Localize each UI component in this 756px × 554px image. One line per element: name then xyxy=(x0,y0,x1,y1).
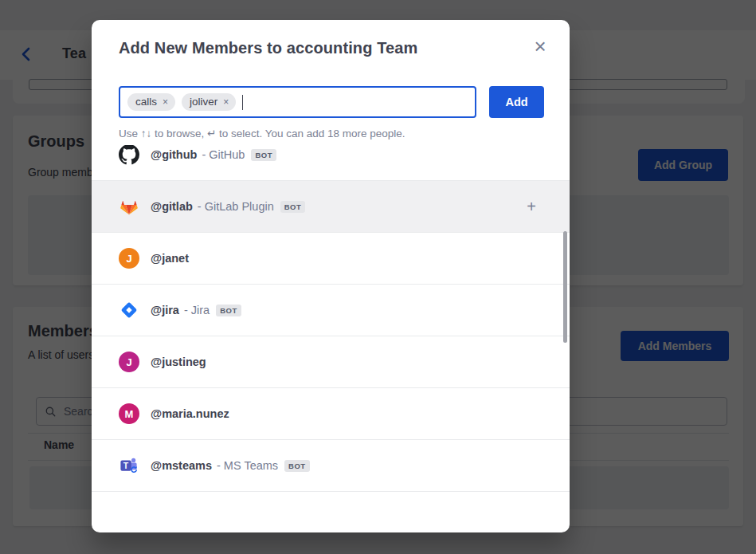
row-description: - MS Teams xyxy=(217,459,278,472)
row-username: @janet xyxy=(151,252,189,265)
text-cursor xyxy=(242,95,243,110)
avatar: J xyxy=(119,352,139,372)
plus-icon[interactable]: + xyxy=(527,198,554,216)
suggestion-list: @github - GitHub BOT @gitlab - GitLab Pl… xyxy=(92,145,570,492)
row-description: - GitHub xyxy=(202,148,245,161)
suggestion-row[interactable]: J @janet xyxy=(92,233,570,285)
suggestion-row[interactable]: M @maria.nunez xyxy=(92,388,570,440)
close-icon[interactable]: × xyxy=(527,33,554,60)
avatar: J xyxy=(119,248,139,269)
selected-user-chip: calls × xyxy=(127,93,175,111)
suggestion-row[interactable]: @github - GitHub BOT xyxy=(92,145,570,181)
modal-title: Add New Members to accounting Team xyxy=(119,39,417,57)
avatar: M xyxy=(119,403,139,424)
selected-user-chip: joliver × xyxy=(182,93,236,111)
page: Tea Groups Group memb Add Group Members … xyxy=(0,0,756,554)
jira-icon xyxy=(119,300,139,320)
remove-chip-icon[interactable]: × xyxy=(223,97,229,107)
suggestion-row[interactable]: @gitlab - GitLab Plugin BOT + xyxy=(92,181,570,233)
add-members-modal: Add New Members to accounting Team × cal… xyxy=(92,20,570,532)
add-button[interactable]: Add xyxy=(489,86,544,118)
suggestion-row[interactable]: T @msteams - MS Teams BOT xyxy=(92,440,570,492)
bot-badge: BOT xyxy=(251,149,276,161)
helper-text: Use ↑↓ to browse, ↵ to select. You can a… xyxy=(119,127,405,139)
chip-label: calls xyxy=(135,96,157,108)
gitlab-icon xyxy=(119,196,139,217)
bot-badge: BOT xyxy=(216,305,241,316)
row-username: @github xyxy=(151,148,197,161)
suggestion-row[interactable]: @jira - Jira BOT xyxy=(92,285,570,336)
scrollbar-thumb[interactable] xyxy=(563,231,567,343)
row-username: @maria.nunez xyxy=(151,407,229,420)
bot-badge: BOT xyxy=(284,460,310,472)
row-description: - Jira xyxy=(184,304,210,316)
row-username: @gitlab xyxy=(151,200,193,213)
row-username: @msteams xyxy=(151,459,212,472)
remove-chip-icon[interactable]: × xyxy=(163,97,168,107)
members-multiselect-input[interactable]: calls × joliver × xyxy=(119,86,476,118)
bot-badge: BOT xyxy=(280,201,306,213)
row-username: @jira xyxy=(151,304,179,316)
row-username: @justineg xyxy=(151,356,206,368)
msteams-icon: T xyxy=(119,455,139,476)
svg-text:T: T xyxy=(123,461,129,470)
chip-label: joliver xyxy=(190,96,217,108)
suggestion-row[interactable]: J @justineg xyxy=(92,336,570,388)
row-description: - GitLab Plugin xyxy=(198,200,274,213)
github-icon xyxy=(119,145,139,165)
